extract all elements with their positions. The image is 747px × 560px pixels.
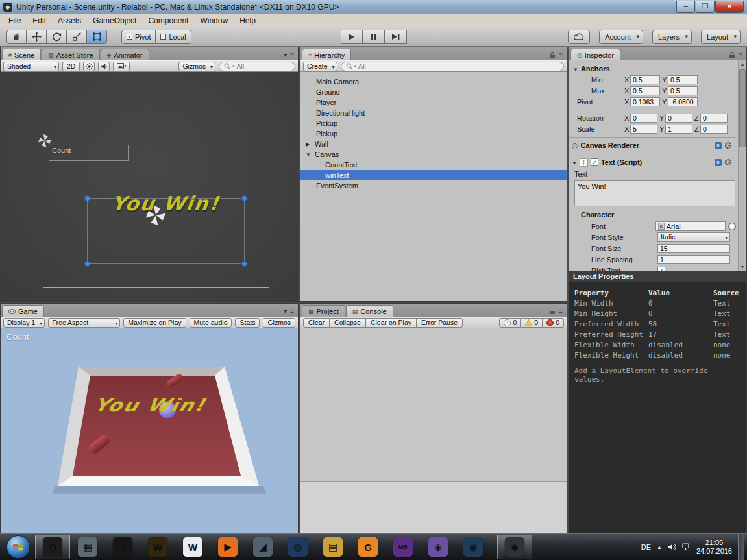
stats-button[interactable]: Stats bbox=[235, 318, 260, 328]
hand-tool-button[interactable] bbox=[6, 30, 27, 44]
info-filter-badge[interactable]: !0 bbox=[499, 318, 521, 328]
game-gizmos-dropdown[interactable]: Gizmos bbox=[263, 318, 295, 328]
menu-help[interactable]: Help bbox=[234, 15, 262, 27]
scene-panel-menu-icon[interactable]: ≡ bbox=[290, 52, 294, 58]
clock[interactable]: 21:05 24.07.2016 bbox=[696, 539, 732, 555]
taskbar-wow[interactable]: W bbox=[140, 535, 175, 559]
inspector-scrollbar[interactable]: ▲ ▼ bbox=[738, 60, 746, 271]
foldout-expanded-icon[interactable]: ▼ bbox=[306, 152, 315, 158]
error-filter-badge[interactable]: !0 bbox=[543, 318, 564, 328]
clear-on-play-button[interactable]: Clear on Play bbox=[366, 318, 417, 328]
anchors-min-y-field[interactable] bbox=[668, 75, 698, 84]
taskbar-g-app[interactable]: G bbox=[350, 535, 386, 559]
tab-scene[interactable]: #Scene bbox=[2, 49, 41, 60]
hierarchy-search-input[interactable]: ▾ All bbox=[341, 62, 564, 71]
move-gizmo-icon[interactable] bbox=[143, 202, 169, 228]
lock-icon[interactable] bbox=[549, 308, 556, 315]
start-button[interactable] bbox=[6, 535, 30, 559]
maximize-on-play-button[interactable]: Maximize on Play bbox=[123, 318, 186, 328]
foldout-collapsed-icon[interactable]: ▶ bbox=[306, 141, 315, 147]
console-panel-menu-icon[interactable]: ≡ bbox=[559, 308, 563, 315]
hierarchy-item-wintext[interactable]: winText bbox=[300, 170, 567, 180]
rect-tool-button[interactable] bbox=[87, 30, 107, 44]
menu-window[interactable]: Window bbox=[194, 15, 234, 27]
font-style-dropdown[interactable]: Italic bbox=[657, 232, 730, 242]
display-dropdown[interactable]: Display 1 bbox=[3, 318, 45, 328]
scene-effects-dropdown[interactable]: ▾ bbox=[113, 62, 130, 71]
taskbar-diamond-app[interactable]: ◈ bbox=[421, 535, 456, 559]
scene-audio-button[interactable] bbox=[98, 62, 110, 71]
taskbar-paint-tool[interactable]: ◢ bbox=[245, 535, 280, 559]
collapse-button[interactable]: Collapse bbox=[330, 318, 366, 328]
scrollbar-thumb[interactable] bbox=[739, 69, 746, 147]
taskbar-unity[interactable]: ◆ bbox=[497, 535, 532, 559]
cloud-services-button[interactable] bbox=[568, 30, 590, 44]
local-toggle-button[interactable]: Local bbox=[156, 30, 191, 44]
rich-text-checkbox[interactable]: ✓ bbox=[657, 267, 665, 271]
scene-search-input[interactable]: ▾ All bbox=[219, 62, 295, 71]
taskbar-blender[interactable]: ◉ bbox=[456, 535, 491, 559]
scene-lighting-button[interactable] bbox=[83, 62, 95, 71]
game-viewport[interactable]: You Win! Count bbox=[1, 328, 298, 533]
scene-viewport[interactable]: Count You Win! bbox=[1, 72, 298, 301]
clear-button[interactable]: Clear bbox=[303, 318, 330, 328]
scene-panel-dropdown-icon[interactable]: ▾ bbox=[284, 52, 287, 58]
tab-animator[interactable]: ◈Animator bbox=[101, 49, 149, 60]
layout-dropdown[interactable]: Layout bbox=[701, 30, 741, 44]
hierarchy-item-player[interactable]: Player bbox=[300, 97, 567, 108]
rect-handle-bottom-right[interactable] bbox=[241, 261, 247, 267]
tab-asset-store[interactable]: ▨Asset Store bbox=[42, 49, 99, 60]
taskbar-media-app[interactable]: ◑ bbox=[105, 535, 140, 559]
warning-filter-badge[interactable]: 0 bbox=[521, 318, 543, 328]
tab-inspector[interactable]: ◎Inspector bbox=[570, 49, 620, 60]
pivot-x-field[interactable] bbox=[630, 97, 660, 106]
scroll-up-icon[interactable]: ▲ bbox=[739, 62, 746, 66]
lock-icon[interactable] bbox=[549, 51, 556, 58]
menu-file[interactable]: File bbox=[3, 15, 27, 27]
scale-y-field[interactable] bbox=[665, 125, 692, 134]
scale-z-field[interactable] bbox=[700, 125, 728, 134]
help-doc-icon[interactable]: ≡ bbox=[715, 159, 722, 166]
taskbar-musicbee[interactable]: MB bbox=[386, 535, 421, 559]
close-button[interactable]: × bbox=[715, 1, 744, 13]
menu-component[interactable]: Component bbox=[142, 15, 194, 27]
anchors-foldout[interactable]: Anchors bbox=[569, 63, 736, 74]
mute-audio-button[interactable]: Mute audio bbox=[190, 318, 232, 328]
anchors-min-x-field[interactable] bbox=[630, 75, 660, 84]
hierarchy-item-ground[interactable]: Ground bbox=[300, 87, 567, 97]
menu-assets[interactable]: Assets bbox=[52, 15, 87, 27]
aspect-dropdown[interactable]: Free Aspect bbox=[48, 318, 120, 328]
taskbar-screen-share[interactable]: ▦ bbox=[70, 535, 105, 559]
menu-edit[interactable]: Edit bbox=[27, 15, 52, 27]
taskbar-explorer[interactable]: ▤ bbox=[315, 535, 350, 559]
maximize-button[interactable]: ❐ bbox=[696, 1, 715, 13]
scroll-down-icon[interactable]: ▼ bbox=[739, 265, 746, 269]
gear-icon[interactable] bbox=[724, 158, 732, 166]
hidden-icons-button[interactable]: ▲ bbox=[657, 544, 662, 550]
line-spacing-field[interactable] bbox=[657, 255, 730, 264]
anchors-max-x-field[interactable] bbox=[630, 86, 660, 95]
font-object-field[interactable]: aArial bbox=[655, 221, 726, 231]
menu-gameobject[interactable]: GameObject bbox=[87, 15, 142, 27]
anchor-gizmo-icon[interactable] bbox=[36, 132, 53, 149]
hierarchy-item-eventsystem[interactable]: EventSystem bbox=[300, 180, 567, 191]
shading-mode-dropdown[interactable]: Shaded bbox=[3, 62, 59, 71]
hierarchy-item-pickup-2[interactable]: Pickup bbox=[300, 128, 567, 139]
taskbar-word[interactable]: W bbox=[175, 535, 210, 559]
layers-dropdown[interactable]: Layers bbox=[652, 30, 692, 44]
hierarchy-item-canvas[interactable]: ▼Canvas bbox=[300, 149, 567, 160]
hierarchy-item-pickup-1[interactable]: Pickup bbox=[300, 118, 567, 128]
pause-button[interactable] bbox=[363, 30, 385, 44]
hierarchy-item-main-camera[interactable]: Main Camera bbox=[300, 77, 567, 87]
rotation-y-field[interactable] bbox=[665, 114, 692, 123]
lock-icon[interactable] bbox=[729, 51, 735, 58]
move-tool-button[interactable] bbox=[27, 30, 47, 44]
network-icon[interactable] bbox=[682, 543, 691, 551]
scale-tool-button[interactable] bbox=[67, 30, 87, 44]
anchors-max-y-field[interactable] bbox=[668, 86, 698, 95]
hierarchy-item-directional-light[interactable]: Directional light bbox=[300, 108, 567, 118]
hierarchy-item-wall[interactable]: ▶Wall bbox=[300, 139, 567, 149]
scene-gizmos-dropdown[interactable]: Gizmos bbox=[178, 62, 215, 71]
layout-properties-header[interactable]: Layout Properties bbox=[569, 271, 746, 282]
show-desktop-button[interactable] bbox=[738, 534, 744, 560]
